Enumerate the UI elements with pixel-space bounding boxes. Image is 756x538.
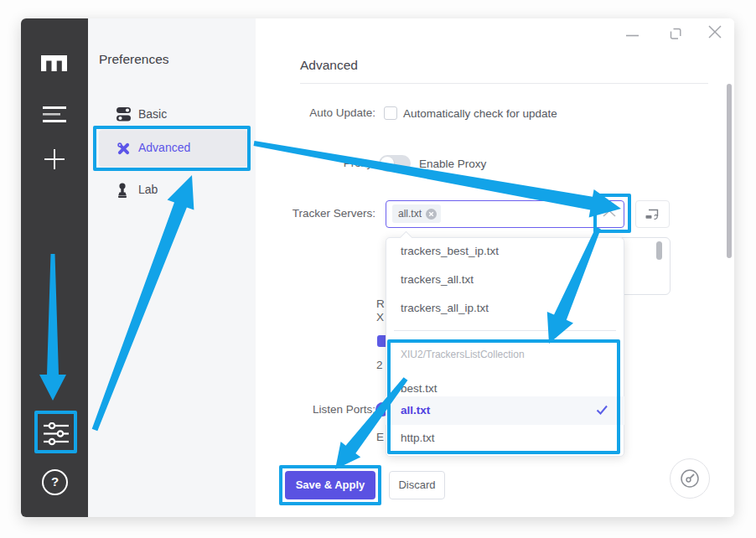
auto-update-checkbox-label: Automatically check for update [403, 107, 557, 120]
content-scrollbar-thumb[interactable] [727, 84, 732, 258]
lab-stamp-icon [116, 182, 129, 199]
nav-item-label: Basic [138, 107, 167, 121]
annotation-box-advanced [93, 126, 251, 171]
nav-item-lab[interactable]: Lab [99, 176, 247, 204]
help-icon[interactable]: ? [42, 469, 68, 495]
sync-trackers-button[interactable] [635, 200, 670, 228]
clipped-text-fragment: E [376, 431, 384, 443]
restore-window-icon[interactable] [670, 28, 682, 40]
preferences-nav [88, 18, 256, 517]
nav-item-basic[interactable]: Basic [99, 101, 247, 129]
dropdown-item[interactable]: trackers_all_ip.txt [386, 294, 624, 323]
close-icon[interactable] [708, 25, 722, 39]
task-list-icon[interactable] [43, 106, 66, 122]
proxy-label: Proxy: [243, 157, 375, 169]
minimize-icon[interactable] [626, 34, 639, 38]
annotation-box-tracker-group [387, 339, 620, 454]
discard-button[interactable]: Discard [389, 471, 445, 499]
proxy-toggle-label: Enable Proxy [419, 158, 486, 170]
selected-tracker-tag: all.txt [392, 204, 441, 223]
auto-update-checkbox[interactable] [384, 106, 397, 120]
nav-item-label: Lab [138, 183, 158, 196]
page-title: Advanced [300, 58, 358, 73]
proxy-toggle[interactable] [379, 155, 411, 172]
clipped-text-fragment: X [376, 311, 384, 323]
add-task-icon[interactable] [43, 147, 66, 171]
dropdown-group-divider [394, 330, 616, 331]
speed-limit-fab[interactable] [670, 458, 710, 499]
tag-close-icon[interactable] [426, 209, 437, 220]
clipped-text-fragment: 2 [376, 359, 383, 371]
motrix-logo-icon [39, 53, 70, 72]
toggle-knob [381, 157, 394, 170]
dropdown-item[interactable]: trackers_all.txt [386, 266, 624, 294]
annotation-box-chevron [593, 194, 631, 233]
annotation-box-save-button [279, 465, 381, 505]
toggle-switches-icon [116, 107, 132, 122]
listen-ports-label: Listen Ports: [243, 403, 375, 416]
speed-gauge-icon [677, 466, 702, 491]
screenshot-root: ? Preferences Basic Advanced [0, 0, 756, 538]
tag-label: all.txt [398, 208, 422, 220]
textarea-scrollbar-thumb[interactable] [656, 241, 662, 260]
preferences-title: Preferences [99, 52, 169, 67]
auto-update-label: Auto Update: [243, 106, 375, 119]
title-divider [300, 83, 708, 84]
sync-tracker-icon [645, 208, 660, 221]
tracker-servers-label: Tracker Servers: [243, 207, 375, 220]
dropdown-item[interactable]: trackers_best_ip.txt [386, 237, 624, 266]
annotation-box-preferences-icon [34, 411, 77, 453]
clipped-text-fragment: R [376, 297, 385, 310]
